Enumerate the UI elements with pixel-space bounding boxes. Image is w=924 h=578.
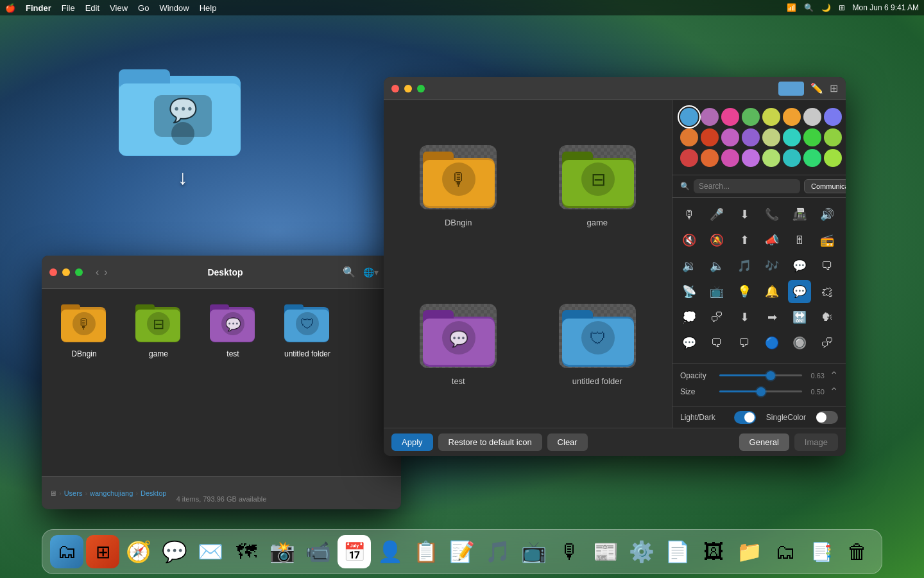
- color-swatch-indigo[interactable]: [824, 108, 842, 126]
- search-icon[interactable]: 🔍: [343, 266, 355, 278]
- icon-cell[interactable]: 🎚: [788, 229, 811, 252]
- preview-item-game[interactable]: ⊟ game: [528, 105, 667, 264]
- color-swatch-green[interactable]: [742, 108, 760, 126]
- dock-maps[interactable]: 🗺: [230, 535, 263, 568]
- search-input[interactable]: [694, 179, 800, 193]
- panel-minimize-button[interactable]: [404, 85, 412, 92]
- icon-cell[interactable]: 💬: [788, 254, 811, 277]
- color-swatch-amber[interactable]: [701, 149, 719, 167]
- forward-button[interactable]: ›: [104, 267, 107, 278]
- icon-cell[interactable]: 🔘: [788, 331, 811, 355]
- menu-file[interactable]: File: [62, 3, 75, 13]
- icon-cell[interactable]: 📠: [788, 203, 811, 226]
- icon-cell[interactable]: 🗨: [816, 254, 839, 277]
- dock-preview[interactable]: 🖼: [697, 535, 730, 568]
- color-swatch-magenta[interactable]: [721, 128, 739, 146]
- color-swatch-lime[interactable]: [762, 108, 780, 126]
- color-swatch-lavender[interactable]: [742, 149, 760, 167]
- apply-button[interactable]: Apply: [391, 434, 433, 451]
- icon-cell[interactable]: 💬: [678, 331, 701, 355]
- icon-cell[interactable]: ➡: [760, 306, 783, 329]
- search-icon[interactable]: 🔍: [804, 3, 814, 12]
- clear-button[interactable]: Clear: [547, 434, 588, 451]
- icon-cell[interactable]: 🗣: [816, 306, 839, 329]
- menu-window[interactable]: Window: [159, 3, 189, 13]
- file-item[interactable]: 💬 test: [201, 299, 265, 358]
- preview-item-dbngin[interactable]: 🎙 DBngin: [389, 105, 528, 264]
- dock-textedit[interactable]: 📄: [661, 535, 694, 568]
- dock-podcasts[interactable]: 🎙: [553, 535, 586, 568]
- icon-cell[interactable]: 🔛: [788, 306, 811, 329]
- file-item[interactable]: ⊟ game: [126, 299, 191, 358]
- color-swatch-cyan[interactable]: [783, 128, 801, 146]
- single-color-toggle[interactable]: [816, 411, 838, 424]
- icon-cell[interactable]: 📡: [678, 280, 701, 303]
- fullscreen-button[interactable]: [75, 268, 83, 276]
- dock-files2[interactable]: 📁: [733, 535, 766, 568]
- dock-mail[interactable]: ✉️: [194, 535, 227, 568]
- panel-close-button[interactable]: [391, 85, 399, 92]
- preview-item-test[interactable]: 💬 test: [389, 264, 528, 423]
- color-swatch-mint[interactable]: [803, 149, 821, 167]
- color-swatch-yellow[interactable]: [783, 108, 801, 126]
- color-preview-rect[interactable]: [778, 82, 804, 96]
- size-stepper[interactable]: ⌃: [830, 385, 838, 398]
- icon-cell[interactable]: 📺: [705, 280, 728, 303]
- dock-safari[interactable]: 🧭: [122, 535, 155, 568]
- dock-appletv[interactable]: 📺: [517, 535, 551, 568]
- icon-cell[interactable]: 🔕: [705, 229, 728, 252]
- view-options[interactable]: 🌐▾: [363, 267, 379, 277]
- size-slider[interactable]: [719, 390, 802, 392]
- icon-cell[interactable]: 🎶: [760, 254, 783, 277]
- icon-cell[interactable]: 🗪: [705, 306, 728, 329]
- grid-icon[interactable]: ⊞: [830, 82, 838, 94]
- tab-image-button[interactable]: Image: [794, 434, 838, 451]
- color-swatch-grass[interactable]: [824, 149, 842, 167]
- control-center-icon[interactable]: ⊞: [839, 3, 845, 12]
- color-swatch-blue[interactable]: [680, 108, 698, 126]
- icon-cell[interactable]: 🗪: [816, 331, 839, 355]
- dock-news[interactable]: 📰: [589, 535, 622, 568]
- icon-cell[interactable]: 🔈: [705, 254, 728, 277]
- color-swatch-purple[interactable]: [701, 108, 719, 126]
- icon-cell[interactable]: 🎵: [733, 254, 756, 277]
- icon-cell[interactable]: 🔇: [678, 229, 701, 252]
- panel-fullscreen-button[interactable]: [417, 85, 425, 92]
- back-button[interactable]: ‹: [96, 267, 99, 278]
- file-item[interactable]: 🛡 untitled folder: [275, 299, 339, 358]
- close-button[interactable]: [49, 268, 57, 276]
- dock-reminders[interactable]: 📋: [409, 535, 443, 568]
- color-swatch-violet[interactable]: [742, 128, 760, 146]
- icon-cell[interactable]: 💭: [678, 306, 701, 329]
- app-name[interactable]: Finder: [26, 3, 51, 13]
- light-dark-toggle[interactable]: [734, 411, 756, 424]
- menu-view[interactable]: View: [110, 3, 128, 13]
- color-swatch-emerald[interactable]: [803, 128, 821, 146]
- icon-cell[interactable]: ⬇: [733, 203, 756, 226]
- tab-general-button[interactable]: General: [739, 434, 789, 451]
- dock-files[interactable]: 🗂: [769, 535, 802, 568]
- category-select[interactable]: Communicat...: [804, 179, 846, 193]
- icon-cell[interactable]: 💡: [733, 280, 756, 303]
- dock-settings[interactable]: ⚙️: [625, 535, 658, 568]
- dock-photos[interactable]: 📸: [266, 535, 299, 568]
- dock-launchpad[interactable]: ⊞: [86, 535, 119, 568]
- dock-trash[interactable]: 🗑: [841, 535, 874, 568]
- icon-cell[interactable]: 🎤: [705, 203, 728, 226]
- menu-help[interactable]: Help: [200, 3, 217, 13]
- icon-cell[interactable]: 📻: [816, 229, 839, 252]
- icon-cell[interactable]: 🗩: [733, 331, 756, 355]
- dock-calendar[interactable]: 📅: [338, 535, 371, 568]
- icon-cell[interactable]: 🗯: [816, 280, 839, 303]
- color-swatch-crimson[interactable]: [680, 149, 698, 167]
- color-swatch-spring[interactable]: [762, 149, 780, 167]
- color-swatch-orange[interactable]: [680, 128, 698, 146]
- dock-notes[interactable]: 📝: [445, 535, 479, 568]
- color-swatch-fuchsia[interactable]: [721, 149, 739, 167]
- color-swatch-teal[interactable]: [783, 149, 801, 167]
- icon-cell[interactable]: 🔉: [678, 254, 701, 277]
- dock-music[interactable]: 🎵: [481, 535, 515, 568]
- color-swatch-chartreuse[interactable]: [824, 128, 842, 146]
- color-swatch-pink[interactable]: [721, 108, 739, 126]
- icon-cell[interactable]: 🗨: [705, 331, 728, 355]
